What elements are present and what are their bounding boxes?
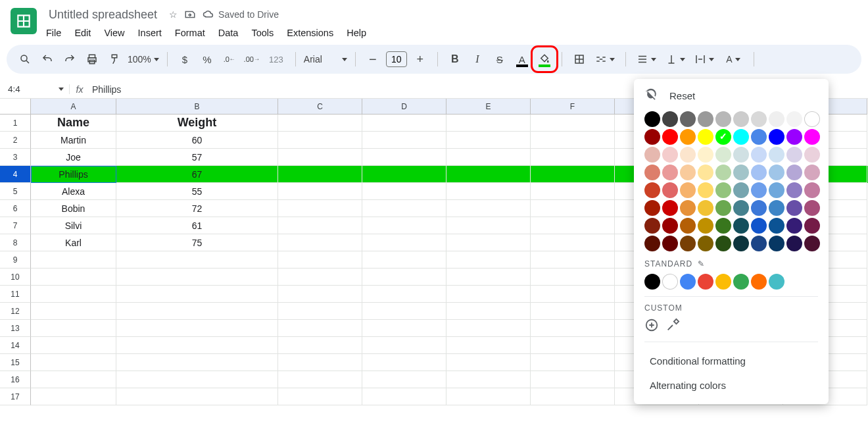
color-swatch[interactable] [751, 218, 767, 234]
row-header-12[interactable]: 12 [0, 303, 31, 320]
cell-C5[interactable] [278, 183, 362, 200]
cell-E5[interactable] [446, 183, 531, 200]
alternating-colors-option[interactable]: Alternating colors [644, 373, 818, 397]
cell-F11[interactable] [531, 286, 615, 303]
color-swatch[interactable] [733, 129, 749, 145]
cell-B4[interactable]: 67 [116, 166, 278, 183]
cell-B14[interactable] [116, 337, 278, 354]
color-swatch[interactable] [662, 236, 678, 251]
color-swatch[interactable] [680, 165, 696, 180]
add-custom-color-icon[interactable] [644, 318, 659, 335]
row-header-2[interactable]: 2 [0, 132, 31, 149]
cell-E8[interactable] [446, 234, 531, 251]
cell-E4[interactable] [446, 166, 531, 183]
color-swatch[interactable] [715, 200, 731, 216]
color-swatch[interactable] [698, 182, 713, 198]
row-header-15[interactable]: 15 [0, 354, 31, 371]
cell-E7[interactable] [446, 217, 531, 234]
cell-D12[interactable] [362, 303, 446, 320]
cell-E17[interactable] [446, 388, 531, 405]
cell-E3[interactable] [446, 149, 531, 166]
color-swatch[interactable] [733, 218, 749, 234]
cell-A2[interactable]: Martin [31, 132, 116, 149]
cell-F5[interactable] [531, 183, 615, 200]
cell-E2[interactable] [446, 132, 531, 149]
cell-E12[interactable] [446, 303, 531, 320]
cell-A5[interactable]: Alexa [31, 183, 116, 200]
menu-view[interactable]: View [104, 28, 124, 38]
color-swatch[interactable] [786, 218, 802, 234]
row-header-5[interactable]: 5 [0, 183, 31, 200]
cell-C9[interactable] [278, 251, 362, 269]
cell-D10[interactable] [362, 269, 446, 286]
reset-format-icon[interactable] [644, 88, 658, 103]
cell-E1[interactable] [446, 115, 531, 132]
cell-A17[interactable] [31, 388, 116, 405]
undo-icon[interactable] [38, 50, 57, 68]
cell-D5[interactable] [362, 183, 446, 200]
menu-tools[interactable]: Tools [251, 28, 274, 38]
color-swatch[interactable] [644, 200, 660, 216]
conditional-formatting-option[interactable]: Conditional formatting [644, 349, 818, 373]
cell-A7[interactable]: Silvi [31, 217, 116, 234]
cell-D8[interactable] [362, 234, 446, 251]
edit-standard-icon[interactable]: ✎ [698, 259, 705, 269]
cell-E6[interactable] [446, 200, 531, 217]
row-header-13[interactable]: 13 [0, 320, 31, 337]
color-swatch[interactable] [769, 129, 784, 145]
cell-D7[interactable] [362, 217, 446, 234]
column-header-D[interactable]: D [362, 99, 446, 115]
color-swatch[interactable] [698, 218, 713, 234]
cell-C12[interactable] [278, 303, 362, 320]
cell-D9[interactable] [362, 251, 446, 269]
cell-D6[interactable] [362, 200, 446, 217]
fill-color-button[interactable] [535, 50, 554, 68]
color-swatch[interactable] [680, 236, 696, 251]
color-swatch[interactable] [769, 182, 784, 198]
cell-F4[interactable] [531, 166, 615, 183]
font-size-decrease[interactable]: − [364, 50, 382, 68]
color-swatch[interactable] [786, 147, 802, 163]
cell-B5[interactable]: 55 [116, 183, 278, 200]
color-swatch[interactable] [715, 236, 731, 251]
sheets-logo-icon[interactable] [11, 8, 37, 34]
cell-C13[interactable] [278, 320, 362, 337]
font-size-increase[interactable]: + [411, 50, 429, 68]
cell-C6[interactable] [278, 200, 362, 217]
color-swatch[interactable] [786, 165, 802, 180]
color-swatch[interactable] [751, 111, 767, 127]
menu-insert[interactable]: Insert [138, 28, 162, 38]
color-swatch[interactable] [680, 218, 696, 234]
percent-button[interactable]: % [198, 50, 216, 68]
color-swatch[interactable] [662, 147, 678, 163]
merge-button[interactable] [592, 50, 617, 68]
color-swatch[interactable] [786, 182, 802, 198]
redo-icon[interactable] [60, 50, 79, 68]
cell-F9[interactable] [531, 251, 615, 269]
row-header-7[interactable]: 7 [0, 217, 31, 234]
color-swatch[interactable] [804, 147, 820, 163]
cell-A3[interactable]: Joe [31, 149, 116, 166]
row-header-8[interactable]: 8 [0, 234, 31, 251]
color-swatch[interactable] [680, 182, 696, 198]
valign-button[interactable] [663, 50, 688, 68]
standard-color-swatch[interactable] [698, 274, 713, 290]
cell-B11[interactable] [116, 286, 278, 303]
cell-A4[interactable]: Phillips [31, 166, 116, 183]
column-header-C[interactable]: C [278, 99, 362, 115]
cell-E11[interactable] [446, 286, 531, 303]
cell-F2[interactable] [531, 132, 615, 149]
color-swatch[interactable] [662, 182, 678, 198]
row-header-9[interactable]: 9 [0, 251, 31, 269]
color-swatch[interactable] [680, 129, 696, 145]
standard-color-swatch[interactable] [715, 274, 731, 290]
color-swatch[interactable] [751, 165, 767, 180]
cell-F8[interactable] [531, 234, 615, 251]
cell-B9[interactable] [116, 251, 278, 269]
color-swatch[interactable] [769, 236, 784, 251]
cell-F12[interactable] [531, 303, 615, 320]
row-header-10[interactable]: 10 [0, 269, 31, 286]
bold-button[interactable]: B [446, 50, 464, 68]
color-swatch[interactable] [769, 218, 784, 234]
standard-color-swatch[interactable] [680, 274, 696, 290]
